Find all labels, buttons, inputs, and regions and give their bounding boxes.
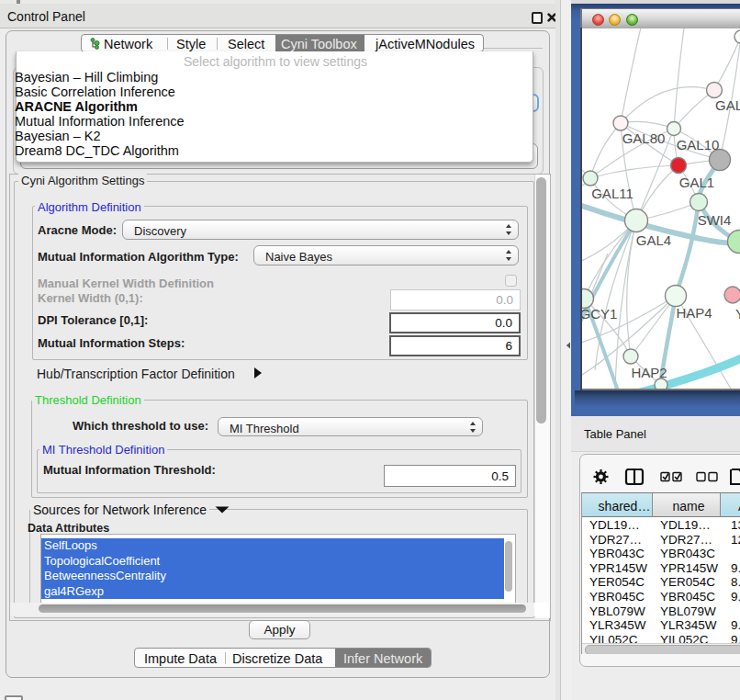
svg-text:YEL0: YEL0 (735, 306, 740, 322)
svg-text:GAL1: GAL1 (679, 175, 714, 190)
svg-text:HAP2: HAP2 (631, 365, 667, 380)
svg-text:SWI4: SWI4 (698, 212, 732, 228)
svg-text:GCY1: GCY1 (582, 306, 617, 322)
svg-text:GAL4: GAL4 (636, 232, 671, 248)
svg-text:GAL80: GAL80 (622, 130, 666, 146)
svg-text:HAP4: HAP4 (676, 305, 712, 321)
svg-text:GAL11: GAL11 (591, 186, 633, 201)
svg-text:GAL7: GAL7 (715, 97, 740, 113)
svg-text:GAL10: GAL10 (677, 137, 720, 152)
